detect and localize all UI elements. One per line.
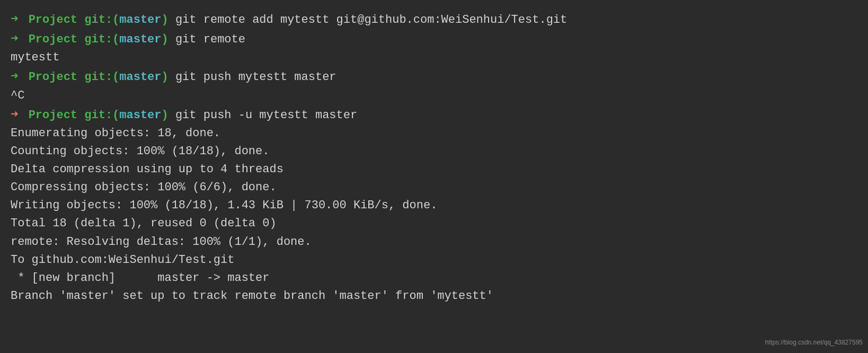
prompt-paren-open-2: git:( <box>84 31 119 49</box>
output-mytestt: mytestt <box>11 49 59 67</box>
terminal-line-16: Branch 'master' set up to track remote b… <box>11 287 857 305</box>
output-total: Total 18 (delta 1), reused 0 (delta 0) <box>11 215 277 233</box>
output-writing: Writing objects: 100% (18/18), 1.43 KiB … <box>11 197 437 215</box>
prompt-project-6: Project <box>21 107 84 125</box>
terminal-line-11: Writing objects: 100% (18/18), 1.43 KiB … <box>11 197 857 215</box>
terminal-line-1: ➜ Project git:(master) git remote add my… <box>11 10 857 29</box>
terminal-line-12: Total 18 (delta 1), reused 0 (delta 0) <box>11 215 857 233</box>
output-to-github: To github.com:WeiSenhui/Test.git <box>11 251 234 269</box>
watermark: https://blog.csdn.net/qq_43827595 <box>765 338 863 348</box>
terminal-line-15: * [new branch] master -> master <box>11 269 857 287</box>
output-new-branch: * [new branch] master -> master <box>11 269 269 287</box>
arrow-icon-2: ➜ <box>11 29 18 49</box>
cmd-text-4: git push mytestt master <box>169 68 336 86</box>
output-enum: Enumerating objects: 18, done. <box>11 125 220 143</box>
terminal-line-3: mytestt <box>11 49 857 67</box>
prompt-paren-close-6: ) <box>162 107 169 125</box>
terminal-line-7: Enumerating objects: 18, done. <box>11 125 857 143</box>
output-counting: Counting objects: 100% (18/18), done. <box>11 143 269 161</box>
output-delta: Delta compression using up to 4 threads <box>11 161 284 179</box>
terminal-line-9: Delta compression using up to 4 threads <box>11 161 857 179</box>
output-ctrl-c: ^C <box>11 87 24 105</box>
terminal-line-14: To github.com:WeiSenhui/Test.git <box>11 251 857 269</box>
cmd-text-1: git remote add mytestt git@github.com:We… <box>169 11 568 29</box>
prompt-branch-1: master <box>119 11 161 29</box>
terminal-line-2: ➜ Project git:(master) git remote <box>11 29 857 49</box>
output-compressing: Compressing objects: 100% (6/6), done. <box>11 179 277 197</box>
terminal-line-8: Counting objects: 100% (18/18), done. <box>11 143 857 161</box>
prompt-paren-close-2: ) <box>162 31 169 49</box>
prompt-branch-6: master <box>119 107 161 125</box>
prompt-project-4: Project <box>21 68 84 86</box>
prompt-paren-open-6: git:( <box>84 107 119 125</box>
terminal-container: ➜ Project git:(master) git remote add my… <box>11 10 857 305</box>
cmd-text-2: git remote <box>169 31 245 49</box>
terminal-line-6: ➜ Project git:(master) git push -u mytes… <box>11 105 857 125</box>
terminal-line-13: remote: Resolving deltas: 100% (1/1), do… <box>11 233 857 251</box>
output-remote-resolving: remote: Resolving deltas: 100% (1/1), do… <box>11 233 312 251</box>
terminal-line-10: Compressing objects: 100% (6/6), done. <box>11 179 857 197</box>
prompt-project-1: Project <box>21 11 84 29</box>
arrow-icon-1: ➜ <box>11 10 18 29</box>
prompt-branch-2: master <box>119 31 161 49</box>
prompt-branch-4: master <box>119 68 161 86</box>
terminal-line-4: ➜ Project git:(master) git push mytestt … <box>11 67 857 86</box>
cmd-text-6: git push -u mytestt master <box>169 107 357 125</box>
arrow-icon-6: ➜ <box>11 105 18 125</box>
prompt-paren-open-1: git:( <box>84 11 119 29</box>
arrow-icon-4: ➜ <box>11 67 18 86</box>
terminal-line-5: ^C <box>11 87 857 105</box>
prompt-project-2: Project <box>21 31 84 49</box>
prompt-paren-close-4: ) <box>162 68 169 86</box>
prompt-paren-close-1: ) <box>162 11 169 29</box>
output-branch-set: Branch 'master' set up to track remote b… <box>11 287 493 305</box>
prompt-paren-open-4: git:( <box>84 68 119 86</box>
